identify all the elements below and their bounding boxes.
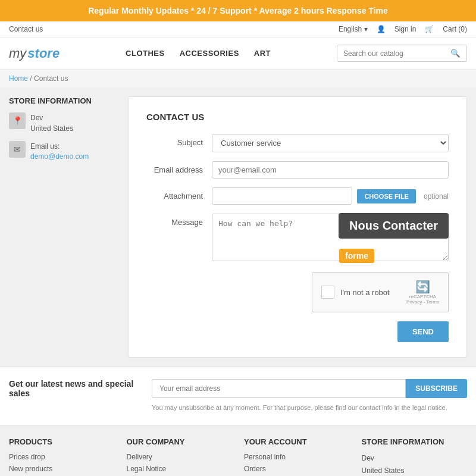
footer-store-text: DevUnited StatesEmail us: demo@demo.com bbox=[362, 452, 468, 477]
subject-label: Subject bbox=[146, 134, 212, 147]
logo-my: my bbox=[9, 46, 26, 61]
footer-delivery[interactable]: Delivery bbox=[127, 453, 152, 461]
send-button[interactable]: SEND bbox=[397, 321, 449, 342]
newsletter-input-row: SUBSCRIBE bbox=[152, 379, 467, 398]
breadcrumb-current: Contact us bbox=[34, 74, 68, 83]
footer-account-title: YOUR ACCOUNT bbox=[244, 437, 350, 446]
subscribe-button[interactable]: SUBSCRIBE bbox=[406, 379, 467, 398]
contact-panel: CONTACT US Subject Customer service Emai… bbox=[128, 96, 467, 358]
store-email-link[interactable]: demo@demo.com bbox=[30, 152, 89, 161]
footer-store-info: STORE INFORMATION DevUnited StatesEmail … bbox=[362, 437, 468, 477]
footer-new-products[interactable]: New products bbox=[9, 465, 52, 473]
recaptcha-label: I'm not a robot bbox=[340, 288, 390, 297]
cart-icon: 🛒 bbox=[425, 25, 434, 33]
person-icon: 👤 bbox=[377, 25, 386, 33]
newsletter-inner: Get our latest news and special sales SU… bbox=[9, 379, 467, 413]
top-bar: Contact us English ▾ 👤 Sign in 🛒 Cart (0… bbox=[0, 21, 476, 37]
top-banner: Regular Monthly Updates * 24 / 7 Support… bbox=[0, 0, 476, 21]
nav-art[interactable]: ART bbox=[254, 49, 271, 58]
footer-legal[interactable]: Legal Notice bbox=[127, 465, 167, 473]
email-label: Email us: bbox=[30, 141, 89, 152]
logo-store: store bbox=[27, 46, 60, 61]
recaptcha-row: I'm not a robot 🔄 reCAPTCHAPrivacy - Ter… bbox=[146, 272, 449, 312]
newsletter-title: Get our latest news and special sales bbox=[9, 379, 140, 398]
search-input[interactable] bbox=[337, 46, 444, 61]
footer: PRODUCTS Prices drop New products Best s… bbox=[0, 425, 476, 477]
header: my store CLOTHES ACCESSORIES ART 🔍 bbox=[0, 37, 476, 70]
footer-store-title: STORE INFORMATION bbox=[362, 437, 468, 446]
logo[interactable]: my store bbox=[9, 46, 60, 61]
sidebar-title: STORE INFORMATION bbox=[9, 96, 116, 105]
location-icon: 📍 bbox=[9, 112, 26, 129]
footer-products-title: PRODUCTS bbox=[9, 437, 115, 446]
footer-company: OUR COMPANY Delivery Legal Notice Terms … bbox=[127, 437, 233, 477]
attachment-input[interactable] bbox=[212, 187, 352, 205]
message-group: Message bbox=[146, 214, 449, 263]
breadcrumb: Home / Contact us bbox=[0, 70, 476, 87]
list-item: New products bbox=[9, 464, 115, 473]
footer-account: YOUR ACCOUNT Personal info Orders Credit… bbox=[244, 437, 350, 477]
list-item: Prices drop bbox=[9, 452, 115, 461]
attachment-label: Attachment bbox=[146, 187, 212, 201]
search-button[interactable]: 🔍 bbox=[444, 45, 466, 61]
message-control bbox=[212, 214, 449, 263]
subject-select[interactable]: Customer service bbox=[212, 134, 449, 152]
footer-personal[interactable]: Personal info bbox=[244, 453, 286, 461]
email-input[interactable] bbox=[212, 161, 449, 178]
sign-in-link[interactable]: Sign in bbox=[394, 25, 416, 33]
sidebar: STORE INFORMATION 📍 DevUnited States ✉ E… bbox=[9, 96, 116, 358]
footer-grid: PRODUCTS Prices drop New products Best s… bbox=[9, 437, 467, 477]
main-nav: CLOTHES ACCESSORIES ART bbox=[126, 49, 271, 58]
message-label: Message bbox=[146, 214, 212, 227]
subject-control: Customer service bbox=[212, 134, 449, 152]
message-textarea[interactable] bbox=[212, 214, 449, 261]
search-box: 🔍 bbox=[337, 45, 467, 62]
banner-text: Regular Monthly Updates * 24 / 7 Support… bbox=[88, 6, 388, 15]
newsletter-form: SUBSCRIBE You may unsubscribe at any mom… bbox=[152, 379, 467, 413]
newsletter-text: Get our latest news and special sales bbox=[9, 379, 140, 398]
email-group: Email address bbox=[146, 161, 449, 178]
cart-link[interactable]: Cart (0) bbox=[443, 25, 467, 33]
breadcrumb-separator: / bbox=[30, 74, 32, 83]
store-email-item: ✉ Email us: demo@demo.com bbox=[9, 141, 116, 161]
footer-prices-drop[interactable]: Prices drop bbox=[9, 453, 45, 461]
footer-company-title: OUR COMPANY bbox=[127, 437, 233, 446]
recaptcha-checkbox[interactable] bbox=[321, 286, 334, 299]
store-location: 📍 DevUnited States bbox=[9, 112, 116, 134]
recaptcha-icon: 🔄 bbox=[406, 280, 439, 294]
nav-clothes[interactable]: CLOTHES bbox=[126, 49, 165, 58]
language-selector[interactable]: English ▾ bbox=[339, 25, 368, 33]
footer-products: PRODUCTS Prices drop New products Best s… bbox=[9, 437, 115, 477]
nav-accessories[interactable]: ACCESSORIES bbox=[180, 49, 239, 58]
optional-label: optional bbox=[424, 192, 449, 201]
contact-link[interactable]: Contact us bbox=[9, 25, 43, 33]
attachment-row: CHOOSE FILE optional bbox=[212, 187, 449, 205]
contact-form-title: CONTACT US bbox=[146, 112, 449, 122]
attachment-control: CHOOSE FILE optional bbox=[212, 187, 449, 205]
attachment-group: Attachment CHOOSE FILE optional bbox=[146, 187, 449, 205]
recaptcha-text: reCAPTCHAPrivacy - Terms bbox=[406, 294, 439, 305]
newsletter-email-input[interactable] bbox=[152, 379, 406, 398]
footer-products-list: Prices drop New products Best sales bbox=[9, 452, 115, 477]
send-row: SEND bbox=[146, 321, 449, 342]
footer-company-list: Delivery Legal Notice Terms and conditio… bbox=[127, 452, 233, 477]
recaptcha-box: I'm not a robot 🔄 reCAPTCHAPrivacy - Ter… bbox=[312, 272, 449, 312]
footer-account-list: Personal info Orders Credit slips bbox=[244, 452, 350, 477]
store-address: DevUnited States bbox=[30, 112, 73, 134]
main-content: STORE INFORMATION 📍 DevUnited States ✉ E… bbox=[0, 87, 476, 367]
breadcrumb-home[interactable]: Home bbox=[9, 74, 28, 83]
newsletter-section: Get our latest news and special sales SU… bbox=[0, 367, 476, 425]
recaptcha-logo: 🔄 reCAPTCHAPrivacy - Terms bbox=[406, 280, 439, 305]
list-item: Legal Notice bbox=[127, 464, 233, 473]
footer-orders[interactable]: Orders bbox=[244, 465, 266, 473]
subject-group: Subject Customer service bbox=[146, 134, 449, 152]
newsletter-note: You may unsubscribe at any moment. For t… bbox=[152, 403, 467, 413]
choose-file-button[interactable]: CHOOSE FILE bbox=[357, 189, 416, 203]
list-item: Delivery bbox=[127, 452, 233, 461]
list-item: Orders bbox=[244, 464, 350, 473]
email-control bbox=[212, 161, 449, 178]
email-address-label: Email address bbox=[146, 161, 212, 174]
list-item: Personal info bbox=[244, 452, 350, 461]
email-icon: ✉ bbox=[9, 141, 26, 158]
